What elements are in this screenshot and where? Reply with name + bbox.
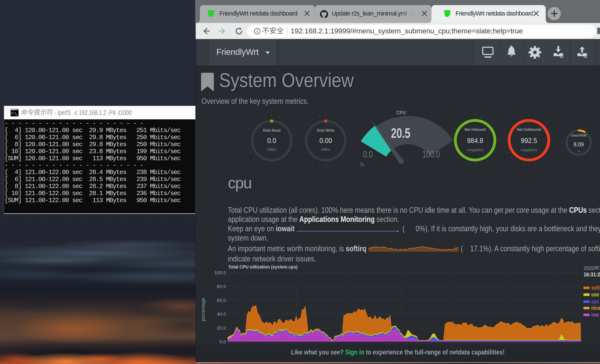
svg-text:percentage: percentage [200, 298, 206, 321]
svg-text:100.0: 100.0 [214, 270, 226, 275]
svg-text:60.0: 60.0 [217, 298, 226, 303]
svg-text:C:\: C:\ [11, 111, 16, 115]
svg-text:20.0: 20.0 [217, 325, 226, 331]
svg-text:40.0: 40.0 [217, 311, 226, 317]
svg-text:0.0: 0.0 [219, 339, 226, 345]
svg-text:80.0: 80.0 [217, 284, 226, 289]
